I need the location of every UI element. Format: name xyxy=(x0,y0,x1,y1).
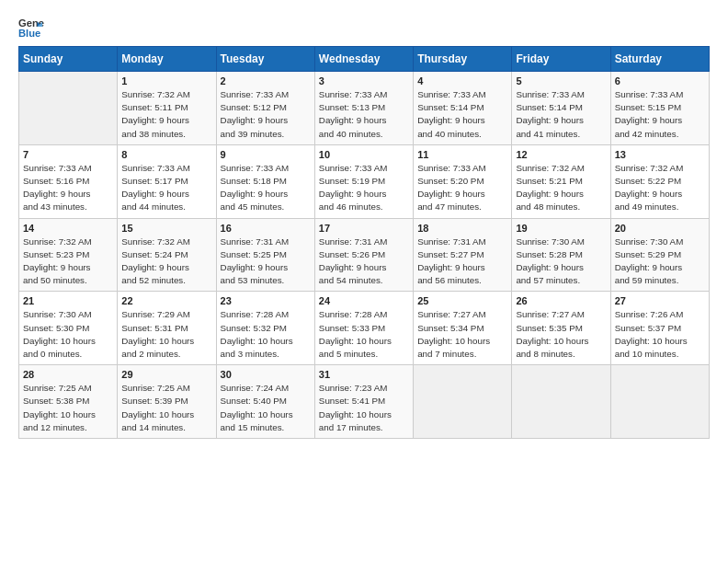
week-row-1: 1Sunrise: 7:32 AMSunset: 5:11 PMDaylight… xyxy=(19,72,710,145)
cell-details: Sunrise: 7:33 AMSunset: 5:20 PMDaylight:… xyxy=(417,162,507,214)
week-row-5: 28Sunrise: 7:25 AMSunset: 5:38 PMDayligh… xyxy=(19,365,710,439)
cell-details: Sunrise: 7:32 AMSunset: 5:22 PMDaylight:… xyxy=(615,162,705,214)
cell-details: Sunrise: 7:32 AMSunset: 5:11 PMDaylight:… xyxy=(121,88,211,141)
calendar-cell: 8Sunrise: 7:33 AMSunset: 5:17 PMDaylight… xyxy=(118,144,216,218)
header-monday: Monday xyxy=(118,47,216,72)
header-row-days: SundayMondayTuesdayWednesdayThursdayFrid… xyxy=(19,47,710,72)
day-number: 13 xyxy=(615,149,705,160)
day-number: 29 xyxy=(121,369,211,380)
cell-details: Sunrise: 7:30 AMSunset: 5:29 PMDaylight:… xyxy=(615,236,705,288)
calendar-cell: 29Sunrise: 7:25 AMSunset: 5:39 PMDayligh… xyxy=(118,365,216,439)
calendar-cell: 30Sunrise: 7:24 AMSunset: 5:40 PMDayligh… xyxy=(216,365,314,439)
day-number: 9 xyxy=(221,149,311,160)
week-row-4: 21Sunrise: 7:30 AMSunset: 5:30 PMDayligh… xyxy=(19,292,710,365)
calendar-cell: 11Sunrise: 7:33 AMSunset: 5:20 PMDayligh… xyxy=(414,144,512,218)
day-number: 10 xyxy=(319,149,409,160)
calendar-cell: 17Sunrise: 7:31 AMSunset: 5:26 PMDayligh… xyxy=(314,218,413,292)
day-number: 28 xyxy=(23,369,113,380)
header-row: General Blue xyxy=(18,15,710,40)
calendar-cell xyxy=(19,72,118,145)
cell-details: Sunrise: 7:24 AMSunset: 5:40 PMDaylight:… xyxy=(221,382,311,434)
cell-details: Sunrise: 7:31 AMSunset: 5:26 PMDaylight:… xyxy=(319,236,409,288)
cell-details: Sunrise: 7:33 AMSunset: 5:15 PMDaylight:… xyxy=(615,88,705,141)
calendar-cell: 27Sunrise: 7:26 AMSunset: 5:37 PMDayligh… xyxy=(610,292,709,365)
page-container: General Blue SundayMondayTuesdayWednesda… xyxy=(0,0,728,448)
day-number: 17 xyxy=(319,223,409,234)
cell-details: Sunrise: 7:23 AMSunset: 5:41 PMDaylight:… xyxy=(319,382,409,434)
svg-text:Blue: Blue xyxy=(18,28,40,39)
logo: General Blue xyxy=(18,15,51,40)
calendar-cell: 23Sunrise: 7:28 AMSunset: 5:32 PMDayligh… xyxy=(216,292,314,365)
cell-details: Sunrise: 7:27 AMSunset: 5:35 PMDaylight:… xyxy=(516,308,606,361)
calendar-cell: 25Sunrise: 7:27 AMSunset: 5:34 PMDayligh… xyxy=(414,292,512,365)
calendar-cell: 3Sunrise: 7:33 AMSunset: 5:13 PMDaylight… xyxy=(314,72,413,145)
cell-details: Sunrise: 7:32 AMSunset: 5:23 PMDaylight:… xyxy=(23,236,113,288)
calendar-cell: 28Sunrise: 7:25 AMSunset: 5:38 PMDayligh… xyxy=(19,365,118,439)
calendar-cell: 19Sunrise: 7:30 AMSunset: 5:28 PMDayligh… xyxy=(512,218,610,292)
day-number: 14 xyxy=(23,223,113,234)
day-number: 12 xyxy=(516,149,606,160)
day-number: 27 xyxy=(615,295,705,306)
calendar-cell: 20Sunrise: 7:30 AMSunset: 5:29 PMDayligh… xyxy=(610,218,709,292)
calendar-cell: 16Sunrise: 7:31 AMSunset: 5:25 PMDayligh… xyxy=(216,218,314,292)
cell-details: Sunrise: 7:33 AMSunset: 5:19 PMDaylight:… xyxy=(319,162,409,214)
calendar-cell: 18Sunrise: 7:31 AMSunset: 5:27 PMDayligh… xyxy=(414,218,512,292)
calendar-cell: 10Sunrise: 7:33 AMSunset: 5:19 PMDayligh… xyxy=(314,144,413,218)
day-number: 25 xyxy=(417,295,507,306)
day-number: 15 xyxy=(121,223,211,234)
day-number: 5 xyxy=(516,75,606,86)
day-number: 26 xyxy=(516,295,606,306)
cell-details: Sunrise: 7:30 AMSunset: 5:30 PMDaylight:… xyxy=(23,308,113,361)
cell-details: Sunrise: 7:32 AMSunset: 5:24 PMDaylight:… xyxy=(121,236,211,288)
cell-details: Sunrise: 7:28 AMSunset: 5:32 PMDaylight:… xyxy=(221,308,311,361)
calendar-cell: 15Sunrise: 7:32 AMSunset: 5:24 PMDayligh… xyxy=(118,218,216,292)
day-number: 11 xyxy=(417,149,507,160)
cell-details: Sunrise: 7:26 AMSunset: 5:37 PMDaylight:… xyxy=(615,308,705,361)
day-number: 6 xyxy=(615,75,705,86)
calendar-cell: 7Sunrise: 7:33 AMSunset: 5:16 PMDaylight… xyxy=(19,144,118,218)
header-saturday: Saturday xyxy=(610,47,709,72)
day-number: 31 xyxy=(319,369,409,380)
header-sunday: Sunday xyxy=(19,47,118,72)
calendar-cell: 21Sunrise: 7:30 AMSunset: 5:30 PMDayligh… xyxy=(19,292,118,365)
week-row-2: 7Sunrise: 7:33 AMSunset: 5:16 PMDaylight… xyxy=(19,144,710,218)
cell-details: Sunrise: 7:25 AMSunset: 5:38 PMDaylight:… xyxy=(23,382,113,434)
calendar-cell: 1Sunrise: 7:32 AMSunset: 5:11 PMDaylight… xyxy=(118,72,216,145)
header-wednesday: Wednesday xyxy=(314,47,413,72)
header-thursday: Thursday xyxy=(414,47,512,72)
svg-text:General: General xyxy=(18,17,44,29)
cell-details: Sunrise: 7:33 AMSunset: 5:14 PMDaylight:… xyxy=(516,88,606,141)
calendar-cell: 26Sunrise: 7:27 AMSunset: 5:35 PMDayligh… xyxy=(512,292,610,365)
day-number: 1 xyxy=(121,75,211,86)
day-number: 18 xyxy=(417,223,507,234)
cell-details: Sunrise: 7:25 AMSunset: 5:39 PMDaylight:… xyxy=(121,382,211,434)
day-number: 7 xyxy=(23,149,113,160)
cell-details: Sunrise: 7:27 AMSunset: 5:34 PMDaylight:… xyxy=(417,308,507,361)
cell-details: Sunrise: 7:28 AMSunset: 5:33 PMDaylight:… xyxy=(319,308,409,361)
calendar-cell: 24Sunrise: 7:28 AMSunset: 5:33 PMDayligh… xyxy=(314,292,413,365)
calendar-cell: 5Sunrise: 7:33 AMSunset: 5:14 PMDaylight… xyxy=(512,72,610,145)
calendar-cell: 22Sunrise: 7:29 AMSunset: 5:31 PMDayligh… xyxy=(118,292,216,365)
header-friday: Friday xyxy=(512,47,610,72)
cell-details: Sunrise: 7:31 AMSunset: 5:25 PMDaylight:… xyxy=(221,236,311,288)
day-number: 23 xyxy=(221,295,311,306)
week-row-3: 14Sunrise: 7:32 AMSunset: 5:23 PMDayligh… xyxy=(19,218,710,292)
cell-details: Sunrise: 7:33 AMSunset: 5:12 PMDaylight:… xyxy=(221,88,311,141)
cell-details: Sunrise: 7:31 AMSunset: 5:27 PMDaylight:… xyxy=(417,236,507,288)
header-tuesday: Tuesday xyxy=(216,47,314,72)
day-number: 2 xyxy=(221,75,311,86)
day-number: 8 xyxy=(121,149,211,160)
calendar-cell xyxy=(512,365,610,439)
day-number: 19 xyxy=(516,223,606,234)
calendar-cell xyxy=(414,365,512,439)
calendar-cell: 4Sunrise: 7:33 AMSunset: 5:14 PMDaylight… xyxy=(414,72,512,145)
cell-details: Sunrise: 7:30 AMSunset: 5:28 PMDaylight:… xyxy=(516,236,606,288)
day-number: 22 xyxy=(121,295,211,306)
cell-details: Sunrise: 7:33 AMSunset: 5:16 PMDaylight:… xyxy=(23,162,113,214)
calendar-cell: 14Sunrise: 7:32 AMSunset: 5:23 PMDayligh… xyxy=(19,218,118,292)
calendar-cell: 6Sunrise: 7:33 AMSunset: 5:15 PMDaylight… xyxy=(610,72,709,145)
cell-details: Sunrise: 7:33 AMSunset: 5:14 PMDaylight:… xyxy=(417,88,507,141)
cell-details: Sunrise: 7:33 AMSunset: 5:18 PMDaylight:… xyxy=(221,162,311,214)
calendar-cell: 13Sunrise: 7:32 AMSunset: 5:22 PMDayligh… xyxy=(610,144,709,218)
calendar-table: SundayMondayTuesdayWednesdayThursdayFrid… xyxy=(18,46,710,439)
